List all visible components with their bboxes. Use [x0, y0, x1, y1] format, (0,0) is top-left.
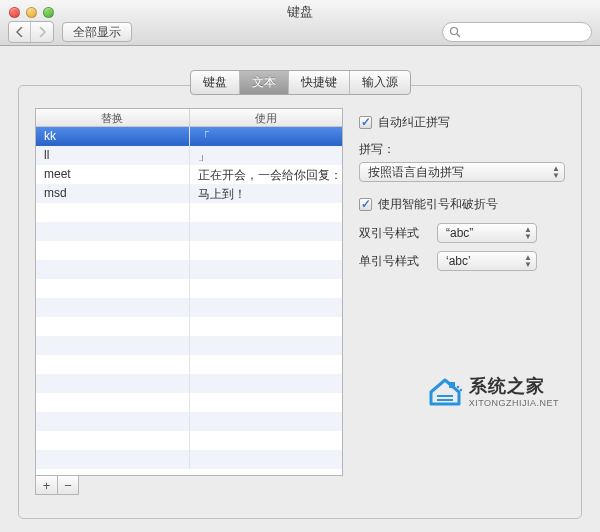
cell-replace[interactable] — [36, 317, 190, 336]
cell-use[interactable] — [190, 450, 343, 469]
remove-row-button[interactable]: − — [57, 475, 79, 495]
cell-use[interactable] — [190, 412, 343, 431]
chevron-updown-icon: ▲▼ — [524, 226, 532, 240]
cell-use[interactable] — [190, 355, 343, 374]
table-row[interactable] — [36, 222, 342, 241]
cell-replace[interactable] — [36, 241, 190, 260]
cell-use[interactable]: 正在开会，一会给你回复：） — [190, 165, 343, 184]
cell-replace[interactable]: meet — [36, 165, 190, 184]
autocorrect-checkbox[interactable]: ✓ — [359, 116, 372, 129]
cell-replace[interactable]: msd — [36, 184, 190, 203]
cell-use[interactable] — [190, 203, 343, 222]
table-row[interactable] — [36, 393, 342, 412]
cell-replace[interactable] — [36, 431, 190, 450]
chevron-updown-icon: ▲▼ — [552, 165, 560, 179]
window-title: 键盘 — [0, 3, 600, 21]
table-row[interactable] — [36, 355, 342, 374]
table-row[interactable]: msd马上到！ — [36, 184, 342, 203]
table-row[interactable]: ll」 — [36, 146, 342, 165]
tab-keyboard[interactable]: 键盘 — [191, 71, 240, 94]
cell-replace[interactable]: kk — [36, 127, 190, 146]
double-quote-select[interactable]: “abc” ▲▼ — [437, 223, 537, 243]
cell-replace[interactable] — [36, 336, 190, 355]
table-row[interactable] — [36, 431, 342, 450]
single-quote-label: 单引号样式 — [359, 253, 429, 270]
cell-use[interactable] — [190, 298, 343, 317]
single-quote-value: ‘abc’ — [446, 254, 471, 268]
cell-use[interactable]: 马上到！ — [190, 184, 343, 203]
cell-use[interactable] — [190, 317, 343, 336]
table-row[interactable] — [36, 374, 342, 393]
table-row[interactable]: meet正在开会，一会给你回复：） — [36, 165, 342, 184]
cell-use[interactable] — [190, 241, 343, 260]
cell-use[interactable]: 「 — [190, 127, 343, 146]
table-row[interactable] — [36, 241, 342, 260]
cell-replace[interactable] — [36, 450, 190, 469]
cell-replace[interactable]: ll — [36, 146, 190, 165]
cell-use[interactable] — [190, 374, 343, 393]
cell-replace[interactable] — [36, 298, 190, 317]
double-quote-value: “abc” — [446, 226, 473, 240]
spelling-label: 拼写： — [359, 141, 565, 158]
table-row[interactable] — [36, 412, 342, 431]
add-row-button[interactable]: + — [35, 475, 57, 495]
table-row[interactable] — [36, 317, 342, 336]
cell-replace[interactable] — [36, 260, 190, 279]
cell-use[interactable] — [190, 222, 343, 241]
cell-replace[interactable] — [36, 355, 190, 374]
table-row[interactable] — [36, 450, 342, 469]
cell-use[interactable]: 」 — [190, 146, 343, 165]
search-icon — [449, 26, 461, 38]
cell-replace[interactable] — [36, 222, 190, 241]
cell-use[interactable] — [190, 393, 343, 412]
cell-replace[interactable] — [36, 279, 190, 298]
smart-quotes-checkbox[interactable]: ✓ — [359, 198, 372, 211]
table-row[interactable] — [36, 203, 342, 222]
nav-segment — [8, 21, 54, 43]
back-button[interactable] — [9, 22, 31, 42]
cell-use[interactable] — [190, 336, 343, 355]
cell-use[interactable] — [190, 431, 343, 450]
table-row[interactable] — [36, 279, 342, 298]
cell-replace[interactable] — [36, 374, 190, 393]
col-header-replace[interactable]: 替换 — [36, 109, 190, 126]
cell-replace[interactable] — [36, 203, 190, 222]
cell-replace[interactable] — [36, 412, 190, 431]
smart-quotes-label: 使用智能引号和破折号 — [378, 196, 498, 213]
tab-shortcuts[interactable]: 快捷键 — [289, 71, 350, 94]
replacements-table[interactable]: 替换 使用 kk「ll」meet正在开会，一会给你回复：）msd马上到！ — [35, 108, 343, 476]
spelling-select[interactable]: 按照语言自动拼写 ▲▼ — [359, 162, 565, 182]
forward-button[interactable] — [31, 22, 53, 42]
show-all-button[interactable]: 全部显示 — [62, 22, 132, 42]
cell-replace[interactable] — [36, 393, 190, 412]
cell-use[interactable] — [190, 279, 343, 298]
search-input[interactable] — [465, 24, 591, 40]
chevron-updown-icon: ▲▼ — [524, 254, 532, 268]
tab-input-sources[interactable]: 输入源 — [350, 71, 410, 94]
autocorrect-label: 自动纠正拼写 — [378, 114, 450, 131]
svg-line-1 — [457, 34, 460, 37]
tab-bar: 键盘 文本 快捷键 输入源 — [190, 70, 411, 95]
table-row[interactable] — [36, 336, 342, 355]
table-row[interactable] — [36, 298, 342, 317]
cell-use[interactable] — [190, 260, 343, 279]
spelling-value: 按照语言自动拼写 — [368, 164, 464, 181]
double-quote-label: 双引号样式 — [359, 225, 429, 242]
svg-point-0 — [451, 28, 458, 35]
search-field-wrap[interactable] — [442, 22, 592, 42]
table-row[interactable]: kk「 — [36, 127, 342, 146]
table-row[interactable] — [36, 260, 342, 279]
single-quote-select[interactable]: ‘abc’ ▲▼ — [437, 251, 537, 271]
col-header-use[interactable]: 使用 — [190, 109, 343, 126]
tab-text[interactable]: 文本 — [240, 71, 289, 94]
